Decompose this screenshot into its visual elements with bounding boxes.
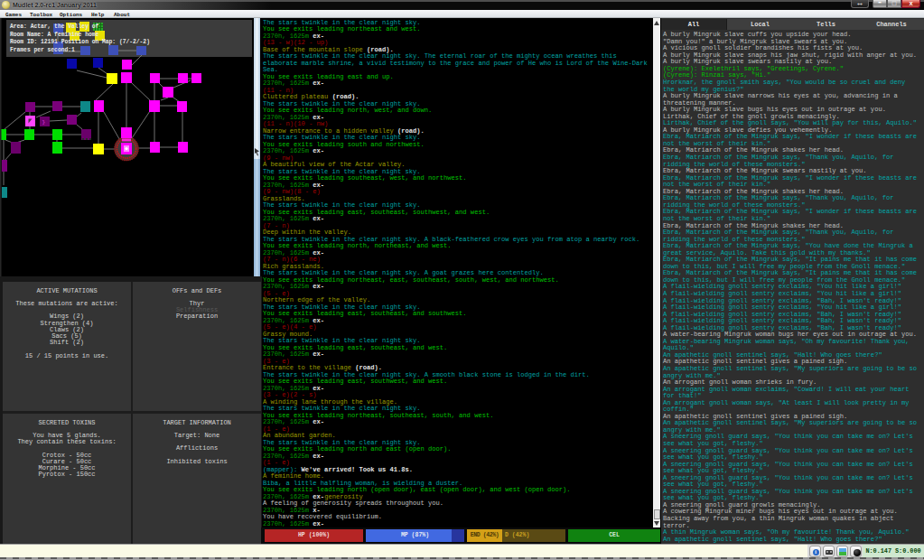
svg-text:Room ID: 12191 Position on Map: Room ID: 12191 Position on Map: (7/-2/-2… [10,39,150,45]
svg-text:}: } [42,119,46,126]
svg-text:Frames per second:1: Frames per second:1 [10,47,75,53]
svg-text:Room Name: A feminine home: Room Name: A feminine home [10,32,98,38]
svg-text:Area: Actar, the Valley of: Area: Actar, the Valley of [10,23,98,30]
